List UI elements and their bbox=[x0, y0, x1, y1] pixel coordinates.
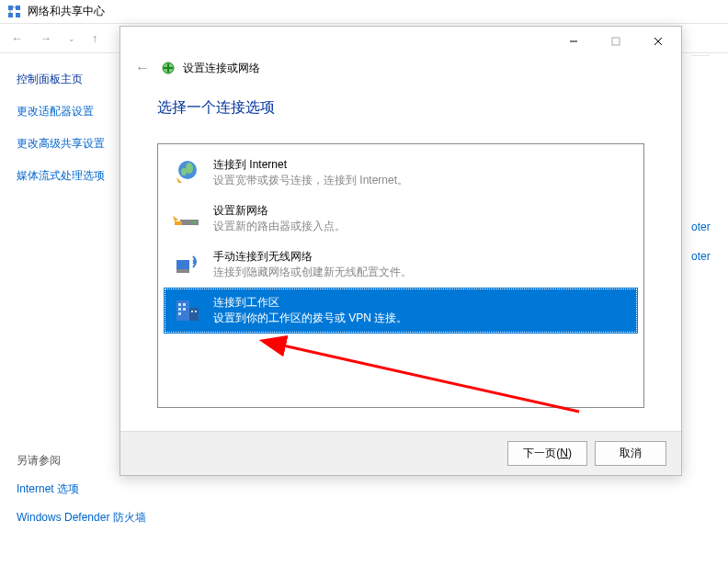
svg-rect-26 bbox=[178, 312, 181, 315]
close-button[interactable] bbox=[637, 28, 679, 55]
option-desc: 设置新的路由器或接入点。 bbox=[213, 219, 346, 234]
svg-rect-7 bbox=[612, 38, 620, 45]
connection-option-list: 连接到 Internet 设置宽带或拨号连接，连接到 Internet。 设置新… bbox=[157, 143, 644, 408]
modal-footer: 下一页(N) 取消 bbox=[120, 431, 681, 475]
option-title: 连接到 Internet bbox=[213, 157, 408, 173]
svg-rect-24 bbox=[178, 308, 181, 311]
option-desc: 连接到隐藏网络或创建新无线配置文件。 bbox=[213, 265, 412, 280]
workplace-icon bbox=[173, 295, 202, 324]
sidebar-link-adapter[interactable]: 更改适配器设置 bbox=[17, 104, 127, 119]
sidebar-link-sharing[interactable]: 更改高级共享设置 bbox=[17, 136, 127, 152]
svg-rect-2 bbox=[8, 13, 13, 17]
network-icon bbox=[7, 5, 22, 19]
separator bbox=[691, 55, 710, 56]
minimize-button[interactable] bbox=[552, 28, 595, 55]
svg-rect-20 bbox=[176, 269, 189, 273]
globe-icon bbox=[173, 157, 202, 187]
setup-connection-dialog: ← 设置连接或网络 选择一个连接选项 连接到 Internet 设置宽带或拨号连… bbox=[119, 26, 682, 476]
option-connect-internet[interactable]: 连接到 Internet 设置宽带或拨号连接，连接到 Internet。 bbox=[164, 150, 638, 196]
bg-window-title: 网络和共享中心 bbox=[28, 4, 105, 19]
svg-point-15 bbox=[181, 168, 187, 175]
connection-icon bbox=[161, 61, 176, 75]
wlan-icon bbox=[173, 249, 202, 278]
bg-partial-links: oter oter bbox=[691, 221, 728, 279]
modal-title: 设置连接或网络 bbox=[183, 61, 260, 76]
sidebar-link-media[interactable]: 媒体流式处理选项 bbox=[17, 168, 127, 184]
svg-point-18 bbox=[194, 221, 196, 223]
next-button[interactable]: 下一页(N) bbox=[507, 441, 587, 466]
svg-point-14 bbox=[186, 163, 193, 174]
option-title: 手动连接到无线网络 bbox=[213, 249, 412, 265]
svg-rect-1 bbox=[16, 6, 20, 10]
option-text: 连接到工作区 设置到你的工作区的拨号或 VPN 连接。 bbox=[213, 295, 407, 326]
option-title: 连接到工作区 bbox=[213, 295, 407, 311]
modal-title-bar bbox=[120, 27, 681, 56]
svg-rect-28 bbox=[191, 311, 193, 312]
svg-rect-0 bbox=[8, 6, 13, 10]
option-text: 设置新网络 设置新的路由器或接入点。 bbox=[213, 203, 346, 234]
see-also-internet-options[interactable]: Internet 选项 bbox=[17, 481, 146, 497]
svg-rect-29 bbox=[195, 311, 197, 312]
nav-up-icon[interactable]: ↑ bbox=[92, 31, 98, 45]
svg-rect-27 bbox=[189, 308, 199, 321]
see-also-defender-firewall[interactable]: Windows Defender 防火墙 bbox=[17, 510, 146, 526]
svg-rect-22 bbox=[178, 303, 181, 306]
cancel-button[interactable]: 取消 bbox=[595, 441, 666, 466]
svg-rect-23 bbox=[183, 303, 186, 306]
bg-sidebar: 控制面板主页 更改适配器设置 更改高级共享设置 媒体流式处理选项 bbox=[17, 72, 136, 200]
svg-rect-17 bbox=[175, 221, 182, 225]
bg-title-bar: 网络和共享中心 bbox=[0, 0, 728, 24]
modal-header: ← 设置连接或网络 bbox=[120, 56, 681, 91]
option-title: 设置新网络 bbox=[213, 203, 346, 219]
nav-dropdown-icon[interactable]: ⌄ bbox=[68, 34, 75, 43]
nav-back-icon[interactable]: ← bbox=[11, 31, 23, 45]
modal-back-icon: ← bbox=[135, 60, 154, 76]
modal-body: 选择一个连接选项 连接到 Internet 设置宽带或拨号连接，连接到 Inte… bbox=[120, 91, 681, 408]
modal-heading: 选择一个连接选项 bbox=[157, 98, 644, 118]
option-manual-wireless[interactable]: 手动连接到无线网络 连接到隐藏网络或创建新无线配置文件。 bbox=[164, 242, 638, 288]
maximize-button bbox=[595, 28, 637, 55]
router-icon bbox=[173, 203, 202, 232]
partial-link-2[interactable]: oter bbox=[691, 250, 728, 263]
nav-forward-icon: → bbox=[40, 31, 51, 45]
option-desc: 设置到你的工作区的拨号或 VPN 连接。 bbox=[213, 311, 407, 326]
svg-rect-19 bbox=[176, 260, 189, 269]
option-text: 连接到 Internet 设置宽带或拨号连接，连接到 Internet。 bbox=[213, 157, 408, 188]
option-new-network[interactable]: 设置新网络 设置新的路由器或接入点。 bbox=[164, 196, 638, 242]
partial-link-1[interactable]: oter bbox=[691, 221, 728, 233]
option-desc: 设置宽带或拨号连接，连接到 Internet。 bbox=[213, 173, 408, 188]
window-controls bbox=[552, 28, 679, 55]
svg-rect-12 bbox=[164, 67, 173, 69]
svg-rect-25 bbox=[183, 308, 186, 311]
option-connect-workplace[interactable]: 连接到工作区 设置到你的工作区的拨号或 VPN 连接。 bbox=[164, 288, 638, 334]
option-text: 手动连接到无线网络 连接到隐藏网络或创建新无线配置文件。 bbox=[213, 249, 412, 280]
sidebar-cp-home[interactable]: 控制面板主页 bbox=[17, 72, 127, 87]
svg-rect-3 bbox=[16, 13, 20, 17]
